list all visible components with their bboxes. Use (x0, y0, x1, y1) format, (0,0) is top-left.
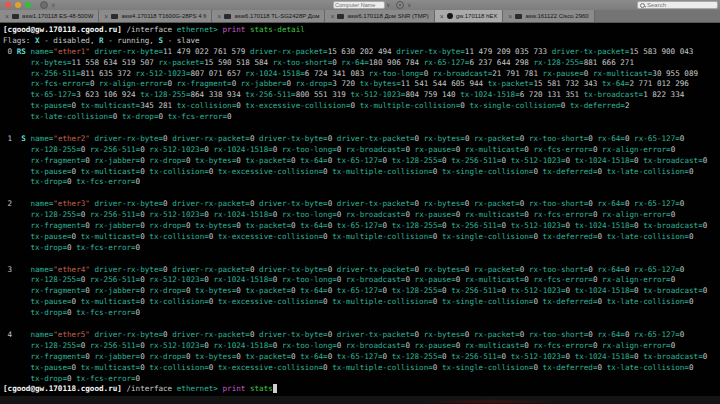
terminal-text-segment: rx-fcs-error= (534, 275, 593, 284)
terminal-text-segment: tx-deferred= (543, 167, 598, 176)
terminal-text-segment: rx-fcs-error= (534, 145, 593, 154)
terminal-text-segment: driver-tx-packet= (337, 330, 415, 339)
terminal-output[interactable]: [cgood@gw.170118.cgood.ru] /interface et… (0, 23, 720, 396)
session-tab[interactable]: ×asw6.170118 Дом SNR (TMP) (325, 10, 434, 22)
terminal-text-segment: 0 (67, 308, 76, 317)
session-tab[interactable]: ×asw6.170118 TL-SG2428P Дом (212, 10, 325, 22)
terminal-text-segment: rx-align-error= (602, 275, 671, 284)
terminal-text-segment: 0 (72, 297, 81, 306)
terminal-text-segment: 0 (136, 374, 141, 383)
terminal-text-segment: 864 338 934 (190, 90, 245, 99)
terminal-text-segment: tx-128-255= (392, 286, 442, 295)
chevron-down-icon[interactable]: ∨ (51, 1, 55, 9)
terminal-text-segment: 0 (501, 286, 510, 295)
terminal-text-segment: 0 (337, 210, 346, 219)
terminal-text-segment: 0 (703, 221, 708, 230)
tab-close-icon[interactable]: × (330, 13, 334, 20)
terminal-text-segment: 6 720 131 351 (520, 90, 584, 99)
terminal-text-segment: driver-tx-packet= (337, 134, 415, 143)
terminal-text-segment: rx-packet= (474, 330, 520, 339)
terminal-line: 4 name="ether5" driver-rx-byte=0 driver-… (3, 330, 720, 341)
terminal-text-segment: 0 (323, 297, 332, 306)
terminal-text-segment: 0 (433, 167, 442, 176)
tab-close-icon[interactable]: × (217, 13, 221, 20)
terminal-text-segment: rx-too-short= (529, 265, 588, 274)
terminal-line: tx-pause=0 tx-multicast=0 tx-collision=0… (3, 232, 720, 243)
terminal-text-segment: rx-fragment= (177, 79, 232, 88)
terminal-text-segment: 0 (383, 156, 392, 165)
terminal-text-segment: 0 (186, 286, 195, 295)
terminal-text-segment: tx-65-127= (337, 352, 383, 361)
terminal-text-segment: driver-rx-byte= (94, 134, 163, 143)
terminal-text-segment: 0 (597, 167, 606, 176)
terminal-text-segment: 0 (671, 210, 676, 219)
switch-icon (111, 14, 118, 19)
terminal-text-segment: 0 (465, 330, 474, 339)
terminal-text-segment: rx-broadcast= (433, 69, 492, 78)
session-tab[interactable]: ×gw.170118 hEX (435, 10, 504, 22)
terminal-text-segment: rx-64= (598, 134, 625, 143)
session-tab[interactable]: ×asw4.170118 T1600G-28PS 4 fi (99, 10, 212, 22)
terminal-text-segment (3, 243, 30, 252)
terminal-text-segment: 0 (689, 297, 694, 306)
terminal-text-segment (3, 275, 30, 284)
terminal-text-segment: rx-jabber= (94, 221, 140, 230)
tab-close-icon[interactable]: × (508, 13, 512, 20)
tab-close-icon[interactable]: × (104, 13, 108, 20)
terminal-text-segment: 0 (442, 286, 451, 295)
session-tab[interactable]: ×asw.161122 Cisco 2960 (503, 10, 594, 22)
zoom-window-button[interactable] (25, 2, 31, 8)
tab-close-icon[interactable]: × (5, 13, 9, 20)
terminal-text-segment: name= (30, 330, 53, 339)
terminal-text-segment: tx-1024-1518= (575, 352, 634, 361)
terminal-text-segment: 0 (680, 134, 685, 143)
terminal-text-segment: 0 (433, 297, 442, 306)
terminal-text-segment: 0 (680, 199, 685, 208)
terminal-text-segment: 345 281 (140, 101, 177, 110)
terminal-text-segment: 0 (273, 275, 282, 284)
minimize-window-button[interactable] (15, 2, 21, 8)
terminal-text-segment: 0 (209, 167, 218, 176)
terminal-text-segment: driver-rx-packet= (172, 199, 250, 208)
terminal-text-segment: tx-collision= (177, 101, 236, 110)
terminal-text-segment: tx-excessive-collision= (218, 297, 323, 306)
search-input[interactable]: Search (637, 1, 718, 9)
terminal-text-segment: 0 (415, 134, 424, 143)
chevron-down-icon[interactable]: ∨ (407, 1, 411, 8)
terminal-text-segment: rx-fragment= (30, 221, 85, 230)
record-button[interactable] (396, 1, 404, 9)
terminal-text-segment: 0 (625, 199, 634, 208)
terminal-text-segment: 0 (597, 232, 606, 241)
tab-close-icon[interactable]: × (440, 13, 444, 20)
terminal-text-segment: 0 (163, 265, 172, 274)
terminal-text-segment: tx-collision= (149, 232, 208, 241)
terminal-text-segment: rx-multicast= (465, 210, 524, 219)
terminal-text-segment: print (222, 384, 245, 393)
terminal-text-segment (3, 167, 30, 176)
terminal-text-segment: rx-pause= (415, 210, 456, 219)
terminal-text-segment: 0 (415, 330, 424, 339)
terminal-text-segment: rx-pause= (543, 69, 584, 78)
chevron-down-icon[interactable]: ∨ (386, 1, 390, 8)
terminal-text-segment: rx-packet= (474, 134, 520, 143)
terminal-text-segment: tx-drop= (30, 177, 67, 186)
terminal-text-segment: tx-deferred= (543, 363, 598, 372)
session-tab[interactable]: ×asw1.170118 ES-48-500W (0, 10, 99, 22)
terminal-line: tx-pause=0 tx-multicast=345 281 tx-colli… (3, 101, 720, 112)
terminal-text-segment: 0 (232, 79, 241, 88)
terminal-line (3, 319, 720, 330)
terminal-text-segment: rx-fragment= (30, 352, 85, 361)
terminal-text-segment: 0 (593, 275, 602, 284)
terminal-text-segment: - disabled, (40, 36, 99, 45)
terminal-text-segment: 0 (383, 352, 392, 361)
terminal-text-segment: rx-65-127= (634, 265, 680, 274)
terminal-text-segment: 0 (689, 232, 694, 241)
terminal-line (3, 254, 720, 265)
session-badge-icon[interactable] (40, 1, 48, 9)
computer-name-field[interactable]: Computer Name (333, 1, 385, 9)
terminal-text-segment: 807 071 657 (190, 69, 245, 78)
terminal-text-segment: 0 (328, 221, 337, 230)
terminal-text-segment: 0 (291, 221, 300, 230)
close-window-button[interactable] (5, 2, 11, 8)
terminal-text-segment: 0 (593, 341, 602, 350)
